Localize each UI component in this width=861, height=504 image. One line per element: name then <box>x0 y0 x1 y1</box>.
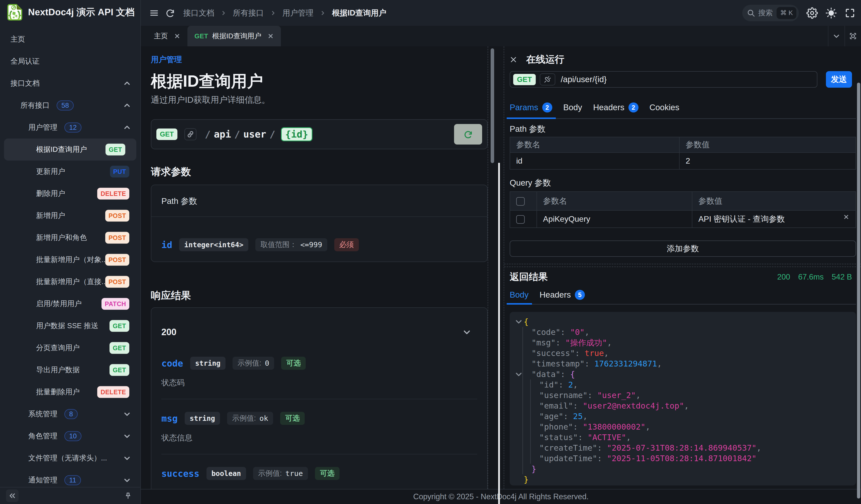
panel-splitter[interactable] <box>488 46 504 489</box>
field-type-badge: string <box>185 412 220 425</box>
range-label-text: 取值范围： <box>260 240 297 250</box>
settings-button[interactable] <box>806 7 818 19</box>
plug-icon <box>543 75 552 84</box>
fullscreen-button[interactable] <box>845 8 856 18</box>
chevron-right-icon <box>320 10 326 16</box>
field-example-badge: 示例值:0 <box>233 357 274 370</box>
method-select[interactable]: GET <box>513 74 536 85</box>
sidebar-item-api-docs[interactable]: 接口文档 <box>0 72 140 95</box>
sidebar-api-item[interactable]: 删除用户 DELETE <box>0 183 140 205</box>
param-name-cell[interactable]: id <box>510 153 679 169</box>
maximize-panel-button[interactable] <box>845 26 861 46</box>
sidebar-api-item[interactable]: 批量新增用户（对象... POST <box>0 249 140 271</box>
sidebar-item-home[interactable]: 主页 <box>0 28 140 50</box>
tab-result-body[interactable]: Body <box>510 286 529 304</box>
breadcrumb-item[interactable]: 接口文档 <box>183 8 214 18</box>
pin-button[interactable] <box>122 489 134 502</box>
sidebar-api-item[interactable]: 批量新增用户（直接... POST <box>0 271 140 293</box>
splitter-sash[interactable] <box>498 163 500 504</box>
sidebar-group[interactable]: 系统管理 8 <box>0 403 140 425</box>
sidebar-api-item[interactable]: 批量删除用户 DELETE <box>0 381 140 403</box>
tab-current-api[interactable]: GET 根据ID查询用户 <box>188 26 281 46</box>
horizontal-splitter[interactable] <box>504 264 861 267</box>
sidebar-api-item[interactable]: 新增用户 POST <box>0 205 140 227</box>
sidebar-item-global-auth[interactable]: 全局认证 <box>0 50 140 72</box>
sidebar-group[interactable]: 通知管理 11 <box>0 469 140 487</box>
sidebar-group[interactable]: 文件管理（无请求头）... <box>0 447 140 469</box>
expand-icon <box>849 32 857 40</box>
main-column: 接口文档 所有接口 用户管理 根据ID查询用户 搜索 ⌘ K <box>141 0 861 504</box>
send-button[interactable]: 发送 <box>826 71 852 88</box>
sidebar-group[interactable]: 角色管理 10 <box>0 425 140 447</box>
refresh-button[interactable] <box>165 8 175 18</box>
json-line: "success": true, <box>510 348 856 359</box>
path-params-label: Path 参数 <box>510 124 856 135</box>
endpoint-refresh-button[interactable] <box>454 124 482 144</box>
sidebar-collapse-button[interactable] <box>6 489 18 502</box>
sidebar-item-all-apis[interactable]: 所有接口 58 <box>0 95 140 116</box>
chevron-down-icon <box>123 432 131 440</box>
json-line: "email": "user2@nextdoc4j.top", <box>510 401 856 411</box>
sidebar-api-item[interactable]: 更新用户 PUT <box>0 160 140 183</box>
url-input[interactable]: GET /api/user/{id} <box>510 71 817 88</box>
checkbox[interactable] <box>516 197 525 206</box>
sidebar-api-item[interactable]: 用户数据 SSE 推送 GET <box>0 315 140 337</box>
endpoint-bar: GET /api/user/{id} <box>151 119 488 149</box>
footer: Copyright © 2025 - NextDoc4j All Rights … <box>141 489 861 504</box>
tab-home[interactable]: 主页 <box>147 26 188 46</box>
table-header-row: 参数名 参数值 <box>510 137 856 153</box>
breadcrumb: 接口文档 所有接口 用户管理 根据ID查询用户 <box>183 8 386 18</box>
tab-result-headers[interactable]: Headers 5 <box>539 286 585 304</box>
chevron-down-icon <box>123 454 131 462</box>
close-icon[interactable] <box>174 33 180 39</box>
tab-list-dropdown-button[interactable] <box>828 26 845 46</box>
close-icon[interactable] <box>268 33 274 39</box>
sidebar-api-item[interactable]: 启用/禁用用户 PATCH <box>0 293 140 315</box>
param-value-cell[interactable]: 2 <box>679 153 856 169</box>
table-row: ApiKeyQuery API 密钥认证 - 查询参数 <box>510 210 856 228</box>
menu-toggle-button[interactable] <box>149 8 159 18</box>
run-scrollbar-thumb[interactable] <box>857 83 860 499</box>
param-name-cell[interactable]: ApiKeyQuery <box>537 210 692 228</box>
tab-body[interactable]: Body <box>563 97 582 118</box>
param-value-cell[interactable]: API 密钥认证 - 查询参数 <box>692 210 856 228</box>
search-input[interactable]: 搜索 ⌘ K <box>742 5 799 21</box>
label-text: 文件管理（无请求头）... <box>28 453 107 463</box>
copy-link-button[interactable] <box>184 128 196 140</box>
breadcrumb-item[interactable]: 所有接口 <box>233 8 264 18</box>
collapse-chevron-icon[interactable] <box>515 318 523 326</box>
logo-row: NextDoc4j 演示 API 文档 <box>0 0 140 25</box>
tab-params[interactable]: Params 2 <box>510 97 552 118</box>
response-field: code string 示例值:0 可选 状态码 <box>161 337 477 399</box>
value-text: API 密钥认证 - 查询参数 <box>698 214 785 223</box>
field-type-badge: string <box>190 357 226 370</box>
breadcrumb-item[interactable]: 用户管理 <box>283 8 313 18</box>
checkbox[interactable] <box>516 215 525 224</box>
sidebar-api-item[interactable]: 新增用户和角色 POST <box>0 227 140 249</box>
sidebar-api-item[interactable]: 分页查询用户 GET <box>0 337 140 359</box>
close-run-panel-button[interactable] <box>510 56 517 64</box>
sidebar-api-item[interactable]: 导出用户数据 GET <box>0 359 140 381</box>
response-status-row[interactable]: 200 <box>161 308 477 337</box>
tab-headers[interactable]: Headers 2 <box>593 97 639 118</box>
app-title: NextDoc4j 演示 API 文档 <box>28 6 135 18</box>
tab-cookies[interactable]: Cookies <box>650 97 679 118</box>
method-badge-get: GET <box>110 342 129 354</box>
label-text: Params <box>510 103 538 112</box>
example-text: true <box>285 469 303 478</box>
add-param-button[interactable]: 添加参数 <box>510 240 856 257</box>
doc-scrollbar-thumb[interactable] <box>491 48 494 163</box>
page-title: 根据ID查询用户 <box>151 70 488 92</box>
collapse-chevron-icon[interactable] <box>515 370 523 378</box>
remove-param-button[interactable] <box>843 214 849 220</box>
theme-toggle-button[interactable] <box>825 7 837 19</box>
tabbar-actions <box>828 26 861 46</box>
method-badge-put: PUT <box>110 166 129 178</box>
sidebar-group-user-mgmt[interactable]: 用户管理 12 <box>0 116 140 139</box>
json-line: "id": 2, <box>510 379 856 390</box>
api-group-link[interactable]: 用户管理 <box>151 54 488 65</box>
sidebar-api-item[interactable]: 根据ID查询用户 GET <box>4 139 136 160</box>
connection-button[interactable] <box>540 73 555 85</box>
endpoint-path: /api/user/{id} <box>205 127 313 141</box>
result-headers-count-badge: 5 <box>575 290 585 300</box>
